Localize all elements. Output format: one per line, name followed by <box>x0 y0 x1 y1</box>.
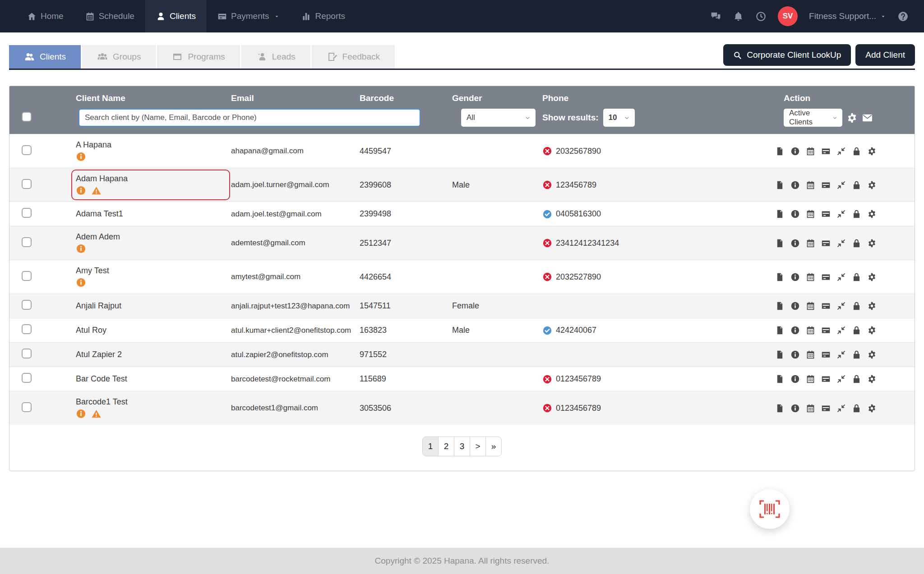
payment-card-icon[interactable] <box>821 326 831 335</box>
info-icon[interactable] <box>790 239 800 248</box>
tab-clients[interactable]: Clients <box>9 45 81 69</box>
lock-icon[interactable] <box>852 209 861 219</box>
row-checkbox[interactable] <box>22 208 32 218</box>
add-client-button[interactable]: Add Client <box>855 44 915 66</box>
info-icon[interactable] <box>76 185 86 196</box>
row-checkbox[interactable] <box>22 373 32 383</box>
nav-item-home[interactable]: Home <box>16 0 74 32</box>
warning-icon[interactable] <box>91 409 102 419</box>
calendar-icon[interactable] <box>806 272 815 282</box>
avatar[interactable]: SV <box>778 6 798 26</box>
search-input[interactable] <box>79 109 420 127</box>
info-icon[interactable] <box>76 409 86 419</box>
notes-icon[interactable] <box>775 404 785 413</box>
row-checkbox[interactable] <box>22 271 32 281</box>
merge-icon[interactable] <box>836 239 846 248</box>
calendar-icon[interactable] <box>806 404 815 413</box>
settings-icon[interactable] <box>867 326 877 335</box>
tab-programs[interactable]: Programs <box>157 45 240 69</box>
calendar-icon[interactable] <box>806 239 815 248</box>
gender-filter[interactable]: All <box>461 109 536 127</box>
calendar-icon[interactable] <box>806 147 815 156</box>
notes-icon[interactable] <box>775 180 785 190</box>
show-results-select[interactable]: 10 <box>603 109 635 127</box>
calendar-icon[interactable] <box>806 326 815 335</box>
notes-icon[interactable] <box>775 301 785 311</box>
lock-icon[interactable] <box>852 301 861 311</box>
nav-item-schedule[interactable]: Schedule <box>74 0 145 32</box>
info-icon[interactable] <box>790 209 800 219</box>
nav-item-payments[interactable]: Payments <box>207 0 291 32</box>
notes-icon[interactable] <box>775 326 785 335</box>
settings-icon[interactable] <box>867 272 877 282</box>
info-icon[interactable] <box>790 272 800 282</box>
page-2[interactable]: 2 <box>438 436 454 456</box>
lock-icon[interactable] <box>852 350 861 359</box>
settings-icon[interactable] <box>867 209 877 219</box>
settings-icon[interactable] <box>867 350 877 359</box>
row-checkbox[interactable] <box>22 179 32 189</box>
corporate-client-lookup-button[interactable]: Corporate Client LookUp <box>723 44 851 66</box>
calendar-icon[interactable] <box>806 209 815 219</box>
calendar-icon[interactable] <box>806 301 815 311</box>
payment-card-icon[interactable] <box>821 301 831 311</box>
row-checkbox[interactable] <box>22 145 32 155</box>
help-icon[interactable] <box>897 11 909 22</box>
merge-icon[interactable] <box>836 180 846 190</box>
page-1[interactable]: 1 <box>422 436 439 456</box>
payment-card-icon[interactable] <box>821 239 831 248</box>
payment-card-icon[interactable] <box>821 209 831 219</box>
info-icon[interactable] <box>790 404 800 413</box>
settings-icon[interactable] <box>867 147 877 156</box>
merge-icon[interactable] <box>836 326 846 335</box>
payment-card-icon[interactable] <box>821 272 831 282</box>
settings-icon[interactable] <box>846 112 858 124</box>
info-icon[interactable] <box>76 152 86 162</box>
notes-icon[interactable] <box>775 239 785 248</box>
notes-icon[interactable] <box>775 209 785 219</box>
notes-icon[interactable] <box>775 374 785 384</box>
clock-icon[interactable] <box>755 11 767 22</box>
lock-icon[interactable] <box>852 374 861 384</box>
lock-icon[interactable] <box>852 239 861 248</box>
tab-groups[interactable]: Groups <box>82 45 156 69</box>
payment-card-icon[interactable] <box>821 374 831 384</box>
settings-icon[interactable] <box>867 239 877 248</box>
account-menu[interactable]: Fitness Support... <box>809 11 886 21</box>
nav-item-reports[interactable]: Reports <box>291 0 356 32</box>
lock-icon[interactable] <box>852 326 861 335</box>
settings-icon[interactable] <box>867 374 877 384</box>
lock-icon[interactable] <box>852 272 861 282</box>
info-icon[interactable] <box>76 277 86 288</box>
info-icon[interactable] <box>790 180 800 190</box>
page-last[interactable]: » <box>485 436 502 456</box>
row-checkbox[interactable] <box>22 324 32 334</box>
row-checkbox[interactable] <box>22 402 32 412</box>
settings-icon[interactable] <box>867 404 877 413</box>
lock-icon[interactable] <box>852 147 861 156</box>
calendar-icon[interactable] <box>806 374 815 384</box>
tab-leads[interactable]: Leads <box>241 45 310 69</box>
merge-icon[interactable] <box>836 209 846 219</box>
merge-icon[interactable] <box>836 350 846 359</box>
notes-icon[interactable] <box>775 147 785 156</box>
merge-icon[interactable] <box>836 374 846 384</box>
notes-icon[interactable] <box>775 350 785 359</box>
info-icon[interactable] <box>790 374 800 384</box>
email-icon[interactable] <box>862 112 873 124</box>
chat-icon[interactable] <box>710 11 721 22</box>
merge-icon[interactable] <box>836 147 846 156</box>
payment-card-icon[interactable] <box>821 404 831 413</box>
lock-icon[interactable] <box>852 180 861 190</box>
nav-item-clients[interactable]: Clients <box>145 0 207 32</box>
row-checkbox[interactable] <box>22 349 32 358</box>
barcode-scan-button[interactable] <box>750 489 790 529</box>
merge-icon[interactable] <box>836 404 846 413</box>
settings-icon[interactable] <box>867 301 877 311</box>
info-icon[interactable] <box>790 301 800 311</box>
tab-feedback[interactable]: Feedback <box>312 45 395 69</box>
lock-icon[interactable] <box>852 404 861 413</box>
bell-icon[interactable] <box>733 11 744 22</box>
info-icon[interactable] <box>76 243 86 254</box>
payment-card-icon[interactable] <box>821 350 831 359</box>
